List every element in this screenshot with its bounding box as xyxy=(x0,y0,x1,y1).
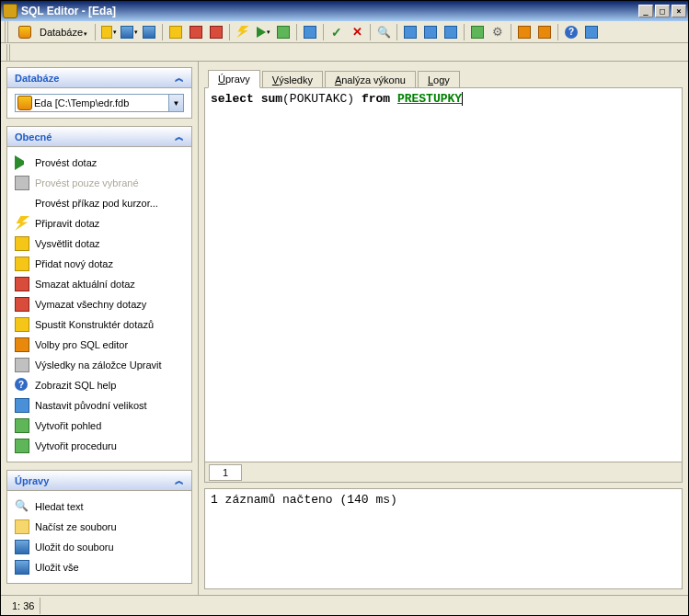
action-label: Vytvořit pohled xyxy=(35,420,101,431)
action-label: Hledat text xyxy=(35,501,84,512)
action-label: Zobrazit SQL help xyxy=(35,380,116,391)
action-item[interactable]: Načíst ze souboru xyxy=(15,517,184,537)
action-item[interactable]: Zobrazit SQL help xyxy=(15,375,184,395)
action-item[interactable]: Nastavit původní velikost xyxy=(15,395,184,416)
general-panel: Obecné ︽ Provést dotazProvést pouze vybr… xyxy=(6,126,192,462)
editor-tab[interactable]: Úpravy xyxy=(208,70,260,88)
action-item[interactable]: Smazat aktuální dotaz xyxy=(15,274,184,294)
maximize-button[interactable]: □ xyxy=(655,5,670,17)
action-label: Volby pro SQL editor xyxy=(35,339,128,350)
action-label: Spustit Konstruktér dotazů xyxy=(35,319,154,330)
chart-button[interactable] xyxy=(515,23,534,41)
tool1-button[interactable] xyxy=(401,23,419,41)
action-item[interactable]: Přidat nový dotaz xyxy=(15,254,184,274)
general-panel-header[interactable]: Obecné ︽ xyxy=(7,127,191,147)
action-icon xyxy=(15,540,29,554)
save-button[interactable] xyxy=(120,23,138,41)
action-label: Smazat aktuální dotaz xyxy=(35,279,135,290)
secondary-grip[interactable] xyxy=(6,44,12,61)
action-item[interactable]: Vytvořit pohled xyxy=(15,416,184,436)
action-icon xyxy=(15,297,29,312)
action-label: Přidat nový dotaz xyxy=(35,258,113,269)
execute-button[interactable] xyxy=(254,23,272,41)
info-button[interactable] xyxy=(582,23,601,41)
builder-button[interactable] xyxy=(468,23,487,41)
secondary-toolbar xyxy=(1,43,688,62)
help-button[interactable] xyxy=(562,23,580,41)
editor-tabs: ÚpravyVýsledkyAnalýza výkonuLogy xyxy=(208,67,683,87)
action-item[interactable]: Provést pouze vybrané xyxy=(15,173,184,193)
action-icon xyxy=(15,337,29,352)
window-title: SQL Editor - [Eda] xyxy=(21,5,637,17)
action-label: Vysvětlit dotaz xyxy=(35,238,100,249)
action-item[interactable]: Uložit do souboru xyxy=(15,537,184,557)
action-label: Nastavit původní velikost xyxy=(35,400,147,411)
toolbar-grip[interactable] xyxy=(5,21,10,43)
action-icon xyxy=(15,155,29,170)
action-icon xyxy=(15,317,29,332)
action-label: Uložit do souboru xyxy=(35,542,114,553)
action-icon xyxy=(15,398,29,413)
database-selector[interactable]: Eda [C:\Temp\edr.fdb ▼ xyxy=(15,94,184,112)
action-icon xyxy=(15,196,29,211)
action-icon xyxy=(15,499,29,514)
close-button[interactable]: × xyxy=(672,5,686,17)
prepare-button[interactable] xyxy=(234,23,252,41)
query-page-1[interactable]: 1 xyxy=(209,464,242,481)
action-item[interactable]: Provést dotaz xyxy=(15,153,184,173)
dropdown-icon[interactable]: ▼ xyxy=(168,95,183,111)
action-item[interactable]: Spustit Konstruktér dotazů xyxy=(15,314,184,335)
db-icon[interactable] xyxy=(16,23,34,41)
export-button[interactable] xyxy=(535,23,554,41)
add-query-button[interactable] xyxy=(167,23,185,41)
minimize-button[interactable]: _ xyxy=(638,5,653,17)
sql-function: sum xyxy=(261,92,282,106)
window-button[interactable] xyxy=(301,23,319,41)
action-label: Provést příkaz pod kurzor... xyxy=(35,198,158,209)
rollback-button[interactable] xyxy=(348,23,366,41)
tool3-button[interactable] xyxy=(442,23,460,41)
sql-arg: POKUTAKC xyxy=(290,92,347,106)
action-label: Uložit vše xyxy=(35,562,79,573)
editor-tab[interactable]: Výsledky xyxy=(262,71,323,88)
action-item[interactable]: Provést příkaz pod kurzor... xyxy=(15,193,184,213)
editor-tab[interactable]: Analýza výkonu xyxy=(325,71,416,88)
action-icon xyxy=(15,257,29,271)
edit-actions-list: Hledat textNačíst ze souboruUložit do so… xyxy=(15,496,184,577)
action-item[interactable]: Výsledky na záložce Upravit xyxy=(15,355,184,375)
edit-panel: Úpravy ︽ Hledat textNačíst ze souboruUlo… xyxy=(6,470,192,584)
options-button[interactable] xyxy=(488,23,507,41)
general-panel-title: Obecné xyxy=(15,131,52,143)
clear-all-button[interactable] xyxy=(207,23,225,41)
execute-to-button[interactable] xyxy=(274,23,293,41)
action-label: Výsledky na záložce Upravit xyxy=(35,359,162,371)
messages-pane[interactable]: 1 záznamů načteno (140 ms) xyxy=(204,488,683,589)
commit-button[interactable] xyxy=(327,23,346,41)
search-button[interactable] xyxy=(374,23,393,41)
edit-panel-header[interactable]: Úpravy ︽ xyxy=(7,471,191,491)
delete-query-button[interactable] xyxy=(187,23,205,41)
database-panel-header[interactable]: Databáze ︽ xyxy=(7,68,191,88)
action-item[interactable]: Volby pro SQL editor xyxy=(15,335,184,355)
query-page-tabs: 1 xyxy=(204,462,683,483)
action-icon xyxy=(15,236,29,251)
action-item[interactable]: Hledat text xyxy=(15,496,184,517)
action-item[interactable]: Připravit dotaz xyxy=(15,213,184,234)
action-item[interactable]: Vymazat všechny dotazy xyxy=(15,294,184,314)
tool2-button[interactable] xyxy=(421,23,440,41)
new-button[interactable] xyxy=(99,23,118,41)
message-line: 1 záznamů načteno (140 ms) xyxy=(211,493,676,507)
database-menu[interactable]: Databáze xyxy=(36,27,91,38)
action-item[interactable]: Uložit vše xyxy=(15,557,184,577)
sql-code-editor[interactable]: select sum(POKUTAKC) from PRESTUPKY xyxy=(204,87,683,462)
database-selected: Eda [C:\Temp\edr.fdb xyxy=(34,97,168,108)
action-icon xyxy=(15,439,29,453)
action-item[interactable]: Vytvořit proceduru xyxy=(15,436,184,456)
editor-tab[interactable]: Logy xyxy=(418,71,460,88)
action-label: Připravit dotaz xyxy=(35,218,99,229)
save-all-button[interactable] xyxy=(140,23,158,41)
action-icon xyxy=(15,216,29,231)
action-item[interactable]: Vysvětlit dotaz xyxy=(15,234,184,254)
collapse-icon: ︽ xyxy=(175,474,184,487)
action-icon xyxy=(15,378,29,393)
